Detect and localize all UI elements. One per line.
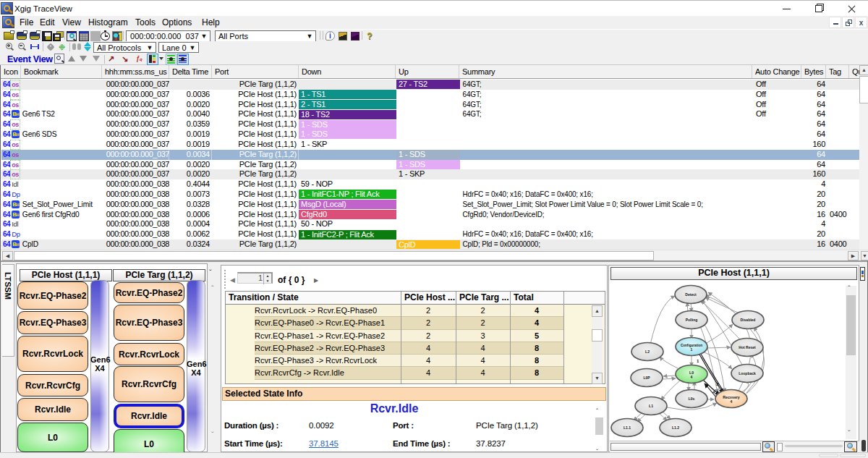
svg-text:Loopback: Loopback (739, 371, 756, 376)
svg-text:Detect: Detect (685, 292, 697, 297)
svg-text:L1.2: L1.2 (672, 425, 679, 430)
svg-text:Polling: Polling (686, 318, 698, 322)
svg-text:Hot Reset: Hot Reset (739, 345, 756, 349)
svg-text:4: 4 (731, 399, 733, 404)
svg-text:Disabled: Disabled (741, 318, 756, 322)
svg-text:L1: L1 (649, 404, 653, 408)
svg-text:L2: L2 (645, 349, 650, 354)
svg-text:1: 1 (697, 359, 699, 363)
svg-text:L0P: L0P (643, 376, 650, 380)
svg-text:4: 4 (691, 375, 693, 379)
svg-text:L0s: L0s (689, 396, 695, 401)
svg-text:1: 1 (691, 347, 693, 352)
svg-text:L1.1: L1.1 (624, 425, 631, 430)
